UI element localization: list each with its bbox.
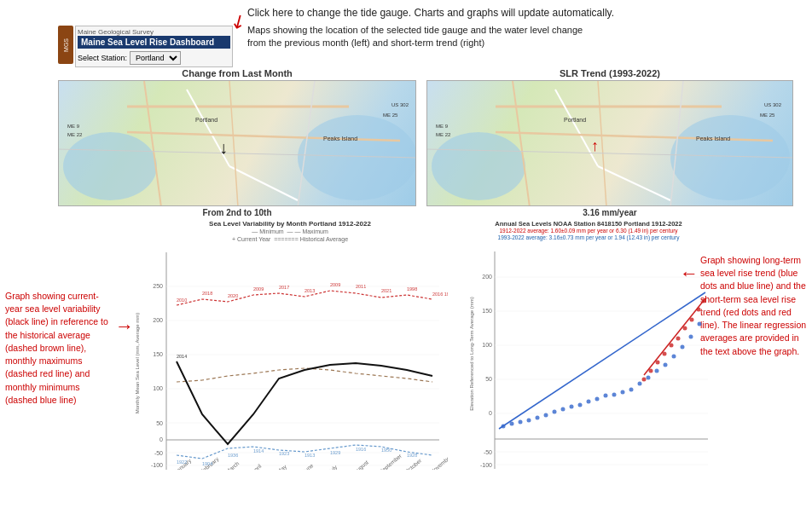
svg-text:2014: 2014 — [177, 354, 187, 359]
svg-text:1916: 1916 — [356, 447, 366, 452]
svg-text:2011: 2011 — [356, 284, 366, 289]
svg-point-113 — [519, 419, 523, 424]
svg-point-122 — [595, 396, 600, 401]
svg-text:ME 25: ME 25 — [760, 113, 775, 118]
svg-text:↑: ↑ — [591, 137, 599, 154]
svg-point-116 — [544, 413, 548, 417]
right-chart-subtitle: 1912-2022 average: 1.60±0.09 mm per year… — [465, 228, 712, 242]
svg-point-142 — [690, 317, 694, 321]
svg-text:50: 50 — [156, 420, 163, 426]
click-instruction: Click here to change the tide gauge. Cha… — [247, 7, 725, 19]
top-annotation-block: Click here to change the tide gauge. Cha… — [247, 7, 725, 50]
svg-text:100: 100 — [153, 385, 163, 391]
svg-point-117 — [553, 409, 557, 413]
station-select[interactable]: Portland — [130, 51, 181, 65]
dashboard-title: Maine Sea Level Rise Dashboard — [78, 36, 230, 49]
svg-text:2020: 2020 — [228, 293, 238, 298]
svg-point-118 — [561, 407, 566, 411]
svg-text:ME 22: ME 22 — [67, 132, 83, 137]
svg-text:1998: 1998 — [407, 286, 417, 292]
svg-text:October: October — [403, 457, 423, 470]
svg-text:July: July — [327, 464, 339, 471]
svg-line-110 — [644, 298, 705, 375]
svg-text:2021: 2021 — [381, 288, 392, 293]
svg-point-140 — [676, 336, 681, 340]
svg-point-121 — [587, 399, 591, 403]
left-chart-svg: Monthly Mean Sea Level (mm, Average mm) … — [132, 244, 448, 470]
svg-point-123 — [604, 393, 608, 397]
left-map-label: From 2nd to 10th — [58, 208, 416, 217]
dashboard-header: Maine Geological Survey Maine Sea Level … — [75, 26, 233, 67]
svg-point-119 — [570, 404, 574, 408]
left-chart-subtitle: — Minimum — — Maximum+ Current Year ====… — [132, 228, 448, 243]
left-graph-arrow: → — [115, 315, 134, 338]
station-label: Select Station: — [78, 54, 127, 62]
svg-text:ME 9: ME 9 — [436, 124, 449, 129]
svg-point-129 — [655, 368, 659, 373]
svg-text:Peaks Island: Peaks Island — [323, 136, 357, 142]
svg-point-127 — [638, 381, 642, 385]
svg-line-109 — [499, 292, 705, 429]
svg-point-112 — [510, 421, 514, 425]
right-map-container: SLR Trend (1993-2022) Portland Peaks Isl… — [426, 68, 793, 217]
svg-text:200: 200 — [153, 317, 163, 323]
svg-text:-100: -100 — [151, 462, 163, 468]
svg-text:-50: -50 — [154, 450, 163, 456]
svg-text:100: 100 — [482, 342, 492, 348]
svg-text:250: 250 — [153, 283, 163, 289]
svg-text:50: 50 — [485, 376, 492, 382]
svg-point-138 — [663, 351, 667, 355]
svg-text:1950: 1950 — [381, 448, 392, 453]
svg-point-17 — [432, 132, 525, 200]
svg-text:1929: 1929 — [330, 450, 340, 455]
svg-point-111 — [502, 424, 506, 428]
left-map-roads: Portland Peaks Island ME 9 ME 22 US 302 … — [59, 81, 416, 206]
svg-text:2018: 2018 — [202, 291, 212, 296]
right-graph-annotation: Graph showing long-term sea level rise t… — [700, 254, 809, 358]
svg-text:2010: 2010 — [177, 298, 187, 303]
mgs-title-label: Maine Geological Survey — [78, 28, 230, 36]
svg-text:1922: 1922 — [177, 459, 187, 465]
svg-point-137 — [656, 360, 660, 364]
svg-point-126 — [629, 387, 634, 391]
svg-line-21 — [598, 166, 670, 200]
svg-point-134 — [698, 321, 702, 326]
svg-point-114 — [527, 418, 531, 422]
maps-description: Maps showing the location of the selecte… — [247, 24, 725, 50]
svg-point-1 — [298, 115, 416, 200]
svg-text:August: August — [352, 459, 370, 470]
svg-text:2013: 2013 — [304, 288, 315, 293]
right-map-label: 3.16 mm/year — [426, 208, 793, 217]
svg-point-115 — [536, 415, 540, 419]
svg-point-132 — [681, 344, 685, 349]
svg-text:May: May — [276, 463, 288, 470]
svg-point-139 — [670, 343, 674, 347]
svg-point-0 — [63, 132, 157, 200]
svg-text:1936: 1936 — [228, 453, 238, 458]
svg-text:2017: 2017 — [279, 285, 289, 290]
svg-text:2016 1975: 2016 1975 — [432, 292, 448, 297]
svg-point-130 — [664, 362, 668, 367]
svg-text:March: March — [224, 460, 241, 470]
svg-text:Portland: Portland — [195, 117, 218, 123]
svg-text:2009: 2009 — [253, 286, 264, 292]
svg-text:1913: 1913 — [304, 453, 315, 458]
svg-point-125 — [621, 390, 625, 394]
svg-text:200: 200 — [482, 274, 492, 280]
svg-text:November: November — [429, 454, 448, 470]
svg-text:150: 150 — [153, 351, 163, 357]
svg-line-20 — [555, 90, 598, 166]
svg-point-135 — [642, 377, 647, 381]
left-chart-title: Sea Level Variability by Month Portland … — [132, 220, 448, 228]
svg-point-136 — [649, 368, 653, 373]
svg-text:1904: 1904 — [202, 461, 212, 466]
svg-point-120 — [578, 402, 583, 407]
right-chart-svg: 200 150 100 50 0 -50 -100 1900 1920 1940… — [465, 243, 712, 469]
left-graph-annotation: Graph showing current-year sea level var… — [5, 290, 114, 407]
svg-text:April: April — [250, 463, 264, 470]
left-chart: Sea Level Variability by Month Portland … — [132, 220, 448, 493]
svg-point-141 — [683, 326, 687, 330]
svg-point-131 — [672, 354, 676, 358]
right-chart-title: Annual Sea Levels NOAA Station 8418150 P… — [465, 220, 712, 228]
svg-text:ME 25: ME 25 — [383, 113, 398, 118]
